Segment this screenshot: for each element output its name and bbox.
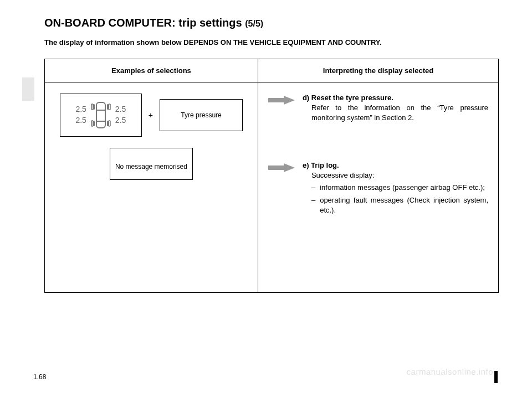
col-head-right: Interpreting the display selected [258, 59, 498, 82]
item-e-list: – information messages (passenger airbag… [303, 183, 488, 215]
arrow-right-icon [268, 162, 296, 173]
svg-rect-0 [96, 102, 105, 128]
item-d: d) Reset the tyre pressure. Refer to the… [268, 94, 488, 122]
title-sub: (5/5) [245, 19, 263, 28]
title-main: ON-BOARD COMPUTER: trip settings [44, 17, 245, 29]
interpretation-cell: d) Reset the tyre pressure. Refer to the… [258, 82, 498, 293]
tyre-values-right: 2.5 2.5 [115, 104, 126, 126]
plus-sign: + [146, 111, 155, 120]
tyre-rr: 2.5 [115, 115, 126, 126]
tyre-fl: 2.5 [75, 104, 86, 115]
footer: 1.68 [33, 373, 499, 381]
item-e-label: e) Trip log. [303, 161, 488, 169]
intro-text: The display of information shown below D… [44, 38, 499, 46]
page-marker [494, 371, 498, 383]
tyre-values-left: 2.5 2.5 [75, 104, 86, 126]
list-item-text: information messages (passenger airbag O… [320, 183, 485, 193]
item-d-label: d) Reset the tyre pressure. [303, 94, 488, 102]
no-message-box: No message memorised [110, 148, 193, 180]
tyre-fr: 2.5 [115, 104, 126, 115]
list-item: – operating fault messages (Check inject… [311, 195, 488, 215]
list-item-text: operating fault messages (Check injectio… [320, 195, 488, 215]
item-d-body: Refer to the information on the “Tyre pr… [303, 103, 488, 122]
dash-icon: – [311, 195, 315, 215]
page-number: 1.68 [33, 373, 46, 381]
svg-rect-6 [107, 121, 109, 126]
examples-cell: 2.5 2.5 [45, 82, 258, 293]
tyre-rl: 2.5 [75, 115, 86, 126]
settings-table: Examples of selections Interpreting the … [44, 59, 499, 293]
svg-marker-8 [268, 163, 295, 172]
item-e: e) Trip log. Successive display: – infor… [268, 161, 488, 218]
list-item: – information messages (passenger airbag… [311, 183, 488, 193]
tyre-pressure-label-box: Tyre pressure [160, 99, 243, 131]
page-title: ON-BOARD COMPUTER: trip settings (5/5) [44, 17, 499, 29]
item-e-body: Successive display: [303, 170, 488, 180]
svg-rect-5 [93, 121, 95, 126]
dash-icon: – [311, 183, 315, 193]
svg-marker-7 [268, 96, 295, 105]
car-top-icon [90, 99, 112, 131]
side-tab [22, 77, 34, 101]
tyre-pressure-display: 2.5 2.5 [60, 94, 142, 137]
tyre-pressure-row: 2.5 2.5 [50, 94, 252, 137]
message-row: No message memorised [50, 148, 252, 180]
col-head-left: Examples of selections [45, 59, 258, 82]
svg-rect-3 [93, 104, 95, 110]
arrow-right-icon [268, 95, 296, 106]
svg-rect-4 [107, 104, 109, 110]
